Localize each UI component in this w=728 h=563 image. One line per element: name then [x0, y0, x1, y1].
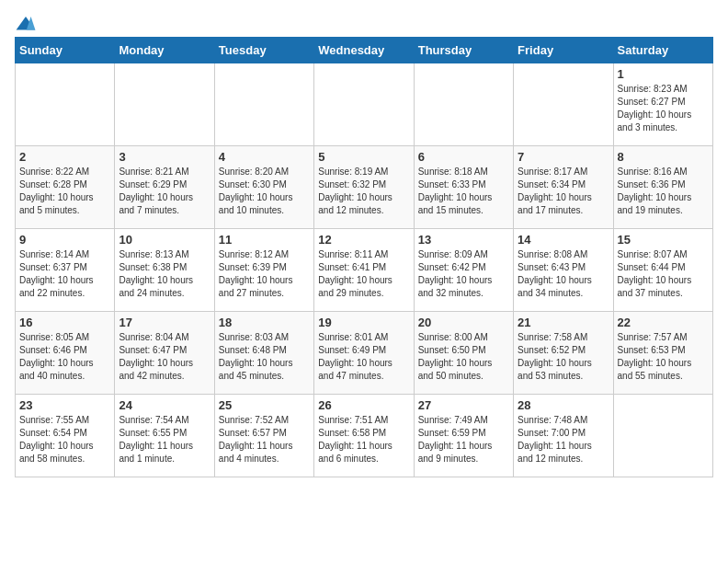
day-info: Sunrise: 8:16 AM Sunset: 6:36 PM Dayligh… [618, 166, 709, 217]
calendar-cell [115, 63, 214, 146]
day-info: Sunrise: 8:07 AM Sunset: 6:44 PM Dayligh… [618, 248, 709, 300]
day-number: 4 [219, 150, 310, 164]
weekday-header-sunday: Sunday [16, 38, 115, 63]
day-number: 19 [318, 316, 409, 329]
week-row-1: 1Sunrise: 8:23 AM Sunset: 6:27 PM Daylig… [16, 63, 713, 146]
day-number: 24 [119, 398, 210, 412]
calendar-cell [214, 63, 313, 146]
day-info: Sunrise: 8:13 AM Sunset: 6:38 PM Dayligh… [119, 248, 210, 300]
day-number: 5 [318, 150, 409, 164]
day-info: Sunrise: 8:17 AM Sunset: 6:34 PM Dayligh… [518, 166, 609, 217]
day-number: 1 [618, 67, 709, 81]
day-info: Sunrise: 8:19 AM Sunset: 6:32 PM Dayligh… [318, 166, 409, 217]
day-info: Sunrise: 8:09 AM Sunset: 6:42 PM Dayligh… [418, 248, 509, 300]
day-number: 18 [219, 316, 310, 329]
day-info: Sunrise: 8:11 AM Sunset: 6:41 PM Dayligh… [318, 248, 409, 300]
calendar-cell: 10Sunrise: 8:13 AM Sunset: 6:38 PM Dayli… [115, 229, 214, 312]
day-number: 11 [219, 233, 310, 247]
day-number: 12 [318, 233, 409, 247]
day-info: Sunrise: 7:58 AM Sunset: 6:52 PM Dayligh… [518, 331, 609, 383]
calendar-cell: 13Sunrise: 8:09 AM Sunset: 6:42 PM Dayli… [414, 229, 513, 312]
day-info: Sunrise: 8:03 AM Sunset: 6:48 PM Dayligh… [219, 331, 310, 383]
day-number: 16 [19, 316, 110, 329]
day-info: Sunrise: 8:01 AM Sunset: 6:49 PM Dayligh… [318, 331, 409, 383]
day-info: Sunrise: 8:23 AM Sunset: 6:27 PM Dayligh… [618, 83, 709, 134]
calendar-cell: 3Sunrise: 8:21 AM Sunset: 6:29 PM Daylig… [115, 146, 214, 229]
day-number: 10 [119, 233, 210, 247]
day-info: Sunrise: 8:22 AM Sunset: 6:28 PM Dayligh… [19, 166, 110, 217]
week-row-2: 2Sunrise: 8:22 AM Sunset: 6:28 PM Daylig… [16, 146, 713, 229]
day-number: 14 [518, 233, 609, 247]
day-info: Sunrise: 8:00 AM Sunset: 6:50 PM Dayligh… [418, 331, 509, 383]
calendar-cell: 15Sunrise: 8:07 AM Sunset: 6:44 PM Dayli… [613, 229, 712, 312]
calendar-cell: 27Sunrise: 7:49 AM Sunset: 6:59 PM Dayli… [414, 395, 513, 477]
day-info: Sunrise: 8:18 AM Sunset: 6:33 PM Dayligh… [418, 166, 509, 217]
calendar-cell: 2Sunrise: 8:22 AM Sunset: 6:28 PM Daylig… [16, 146, 115, 229]
week-row-4: 16Sunrise: 8:05 AM Sunset: 6:46 PM Dayli… [16, 312, 713, 395]
day-number: 13 [418, 233, 509, 247]
day-info: Sunrise: 8:08 AM Sunset: 6:43 PM Dayligh… [518, 248, 609, 300]
calendar-cell: 23Sunrise: 7:55 AM Sunset: 6:54 PM Dayli… [16, 395, 115, 477]
calendar-cell: 19Sunrise: 8:01 AM Sunset: 6:49 PM Dayli… [314, 312, 414, 395]
day-info: Sunrise: 7:48 AM Sunset: 7:00 PM Dayligh… [518, 414, 609, 465]
day-info: Sunrise: 8:14 AM Sunset: 6:37 PM Dayligh… [19, 248, 110, 300]
calendar-cell [514, 63, 613, 146]
logo-icon [15, 15, 37, 33]
calendar-table: SundayMondayTuesdayWednesdayThursdayFrid… [15, 37, 713, 477]
day-info: Sunrise: 7:57 AM Sunset: 6:53 PM Dayligh… [618, 331, 709, 383]
weekday-header-row: SundayMondayTuesdayWednesdayThursdayFrid… [16, 38, 713, 63]
calendar-cell: 8Sunrise: 8:16 AM Sunset: 6:36 PM Daylig… [613, 146, 712, 229]
day-number: 8 [618, 150, 709, 164]
calendar-cell: 11Sunrise: 8:12 AM Sunset: 6:39 PM Dayli… [214, 229, 313, 312]
weekday-header-saturday: Saturday [613, 38, 712, 63]
calendar-cell: 4Sunrise: 8:20 AM Sunset: 6:30 PM Daylig… [214, 146, 313, 229]
day-number: 23 [19, 398, 110, 412]
day-number: 28 [518, 398, 609, 412]
calendar-cell: 7Sunrise: 8:17 AM Sunset: 6:34 PM Daylig… [514, 146, 613, 229]
calendar-cell [314, 63, 414, 146]
weekday-header-wednesday: Wednesday [314, 38, 414, 63]
day-info: Sunrise: 8:20 AM Sunset: 6:30 PM Dayligh… [219, 166, 310, 217]
day-info: Sunrise: 7:52 AM Sunset: 6:57 PM Dayligh… [219, 414, 310, 465]
page-header [15, 15, 713, 33]
calendar-cell [414, 63, 513, 146]
day-number: 2 [19, 150, 110, 164]
day-number: 6 [418, 150, 509, 164]
day-number: 22 [618, 316, 709, 329]
day-number: 3 [119, 150, 210, 164]
day-info: Sunrise: 7:55 AM Sunset: 6:54 PM Dayligh… [19, 414, 110, 465]
week-row-3: 9Sunrise: 8:14 AM Sunset: 6:37 PM Daylig… [16, 229, 713, 312]
calendar-cell: 16Sunrise: 8:05 AM Sunset: 6:46 PM Dayli… [16, 312, 115, 395]
calendar-cell: 28Sunrise: 7:48 AM Sunset: 7:00 PM Dayli… [514, 395, 613, 477]
calendar-cell [16, 63, 115, 146]
calendar-cell: 25Sunrise: 7:52 AM Sunset: 6:57 PM Dayli… [214, 395, 313, 477]
day-info: Sunrise: 8:04 AM Sunset: 6:47 PM Dayligh… [119, 331, 210, 383]
weekday-header-tuesday: Tuesday [214, 38, 313, 63]
day-number: 7 [518, 150, 609, 164]
calendar-cell: 21Sunrise: 7:58 AM Sunset: 6:52 PM Dayli… [514, 312, 613, 395]
day-number: 15 [618, 233, 709, 247]
calendar-cell: 17Sunrise: 8:04 AM Sunset: 6:47 PM Dayli… [115, 312, 214, 395]
calendar-cell: 22Sunrise: 7:57 AM Sunset: 6:53 PM Dayli… [613, 312, 712, 395]
day-number: 26 [318, 398, 409, 412]
weekday-header-thursday: Thursday [414, 38, 513, 63]
calendar-cell: 9Sunrise: 8:14 AM Sunset: 6:37 PM Daylig… [16, 229, 115, 312]
calendar-cell: 24Sunrise: 7:54 AM Sunset: 6:55 PM Dayli… [115, 395, 214, 477]
day-number: 20 [418, 316, 509, 329]
calendar-cell: 26Sunrise: 7:51 AM Sunset: 6:58 PM Dayli… [314, 395, 414, 477]
day-number: 27 [418, 398, 509, 412]
day-info: Sunrise: 8:12 AM Sunset: 6:39 PM Dayligh… [219, 248, 310, 300]
day-info: Sunrise: 7:54 AM Sunset: 6:55 PM Dayligh… [119, 414, 210, 465]
logo [15, 15, 40, 33]
day-number: 21 [518, 316, 609, 329]
calendar-cell: 5Sunrise: 8:19 AM Sunset: 6:32 PM Daylig… [314, 146, 414, 229]
weekday-header-friday: Friday [514, 38, 613, 63]
day-number: 25 [219, 398, 310, 412]
day-number: 17 [119, 316, 210, 329]
day-info: Sunrise: 7:49 AM Sunset: 6:59 PM Dayligh… [418, 414, 509, 465]
day-info: Sunrise: 8:05 AM Sunset: 6:46 PM Dayligh… [19, 331, 110, 383]
weekday-header-monday: Monday [115, 38, 214, 63]
day-info: Sunrise: 8:21 AM Sunset: 6:29 PM Dayligh… [119, 166, 210, 217]
calendar-cell [613, 395, 712, 477]
calendar-cell: 6Sunrise: 8:18 AM Sunset: 6:33 PM Daylig… [414, 146, 513, 229]
